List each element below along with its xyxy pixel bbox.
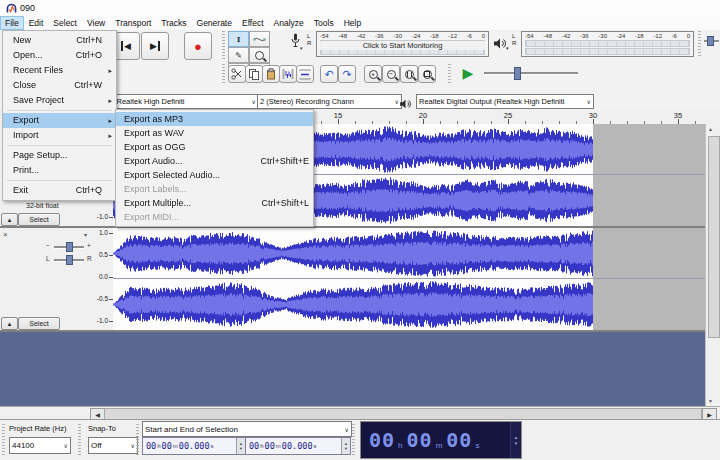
zoom-tool-button[interactable] <box>249 47 270 63</box>
export-menu-item-export-selected-audio[interactable]: Export Selected Audio... <box>116 168 313 182</box>
track2-close-button[interactable]: × <box>3 230 8 239</box>
redo-button[interactable]: ↷ <box>338 65 356 83</box>
position-spinner[interactable]: ▴▾ <box>510 422 521 458</box>
track2-channel2-waveform[interactable] <box>113 279 593 330</box>
paste-button[interactable] <box>262 65 280 83</box>
vertical-scrollbar[interactable]: ▲ ▼ <box>705 124 720 406</box>
track2-channel1-waveform[interactable] <box>113 228 593 279</box>
file-menu-item-save-project[interactable]: Save Project▸ <box>3 93 116 108</box>
menu-effect[interactable]: Effect <box>237 16 269 30</box>
snap-to-combo[interactable]: Off ∨ <box>88 437 138 454</box>
mixer-toolbar-grip[interactable] <box>698 31 701 57</box>
selection-start-field[interactable]: 00 h 00 m 00.000 s ▴▾ <box>142 437 246 455</box>
playback-meter[interactable]: -54-48-42-36-30-24-18-12-60 <box>521 31 694 57</box>
menu-transport[interactable]: Transport <box>110 16 156 30</box>
speed-slider-thumb[interactable] <box>514 67 521 80</box>
record-meter-mic-button[interactable] <box>291 33 300 52</box>
draw-tool-button[interactable]: ✎ <box>228 47 249 63</box>
record-button[interactable]: ● <box>184 32 212 60</box>
copy-button[interactable] <box>245 65 263 83</box>
zoom-in-button[interactable]: + <box>364 65 382 83</box>
file-menu-item-exit[interactable]: ExitCtrl+Q <box>3 183 116 198</box>
menu-tracks[interactable]: Tracks <box>156 16 191 30</box>
track2-collapse-button[interactable]: ▴ <box>1 317 18 330</box>
track2-waveform-area[interactable] <box>113 228 705 330</box>
track2-menu-arrow-icon[interactable]: ▾ <box>84 231 87 238</box>
zoom-out-button[interactable]: − <box>382 65 400 83</box>
play-at-speed-button[interactable]: ▶ <box>458 63 478 83</box>
selection-tool-button[interactable]: I <box>228 31 249 47</box>
play-meter-speaker-button[interactable] <box>494 35 506 53</box>
recording-meter[interactable]: -54-48-42-36-30-24-18-12-60 Click to Sta… <box>316 31 489 57</box>
playback-device-combo[interactable]: Realtek Digital Output (Realtek High Def… <box>416 94 594 109</box>
menu-tools[interactable]: Tools <box>309 16 339 30</box>
track-area-background[interactable] <box>0 332 705 406</box>
track2-pan-thumb[interactable] <box>66 255 73 265</box>
file-menu-item-print[interactable]: Print... <box>3 163 116 178</box>
play-meter-left-label: L <box>512 33 516 40</box>
menu-edit[interactable]: Edit <box>24 16 49 30</box>
zoom-selection-button[interactable] <box>400 65 418 83</box>
title-bar[interactable]: 090 <box>0 0 720 16</box>
recording-channels-combo[interactable]: 2 (Stereo) Recording Chann ∨ <box>257 94 402 109</box>
file-menu-item-recent-files[interactable]: Recent Files▸ <box>3 63 116 78</box>
menu-help[interactable]: Help <box>339 16 366 30</box>
record-meter-channel-labels: L R <box>307 33 311 47</box>
time-toolbar-grip[interactable] <box>352 424 355 457</box>
selection-fields-grip[interactable] <box>136 424 139 457</box>
track2-control-panel[interactable]: × ▾ − + L R ▴ Select <box>0 228 96 330</box>
sel-end-spinner[interactable]: ▴▾ <box>341 438 350 454</box>
sel-end-m-unit: m <box>276 443 281 449</box>
file-menu-item-import[interactable]: Import▸ <box>3 128 116 143</box>
menu-view[interactable]: View <box>82 16 110 30</box>
export-menu-item-wav[interactable]: Export as WAV <box>116 126 313 140</box>
file-menu-item-page-setup[interactable]: Page Setup... <box>3 148 116 163</box>
track2-gain-thumb[interactable] <box>66 242 73 252</box>
selection-mode-combo[interactable]: Start and End of Selection ∨ <box>142 421 352 437</box>
file-menu-item-export[interactable]: Export▸ <box>3 113 116 128</box>
menu-generate[interactable]: Generate <box>192 16 237 30</box>
envelope-tool-button[interactable] <box>249 31 270 47</box>
snap-grip[interactable] <box>78 424 81 457</box>
track2-vertical-ruler[interactable]: 1.0 0.5 0.0 -0.5 -1.0 <box>95 228 114 330</box>
track2-channel-separator <box>113 278 705 279</box>
file-menu-item-close[interactable]: CloseCtrl+W <box>3 78 116 93</box>
selection-end-field[interactable]: 00 h 00 m 00.000 s ▴▾ <box>245 437 351 455</box>
track2-pan-left-label: L <box>46 255 50 263</box>
play-at-speed-grip[interactable] <box>448 64 451 84</box>
sel-start-spinner[interactable]: ▴▾ <box>236 438 245 454</box>
play-meter-dropdown-icon[interactable]: ▾ <box>506 45 509 51</box>
menu-file[interactable]: File <box>0 16 24 30</box>
menu-analyze[interactable]: Analyze <box>269 16 309 30</box>
speed-slider-track[interactable] <box>484 72 578 75</box>
file-menu-item-open[interactable]: Open...Ctrl+O <box>3 48 116 63</box>
scroll-down-icon[interactable]: ▼ <box>708 398 713 404</box>
project-rate-combo[interactable]: 44100 ∨ <box>9 437 71 454</box>
export-menu-item-mp3[interactable]: Export as MP3 <box>116 112 313 126</box>
ruler-label: -0.5 <box>97 295 108 303</box>
export-menu-item-ogg[interactable]: Export as OGG <box>116 140 313 154</box>
record-meter-dropdown-icon[interactable]: ▾ <box>300 45 303 51</box>
export-menu-item-export-audio[interactable]: Export Audio...Ctrl+Shift+E <box>116 154 313 168</box>
edit-toolbar-grip[interactable] <box>222 64 225 84</box>
click-to-monitor-text[interactable]: Click to Start Monitoring <box>317 41 488 50</box>
silence-audio-button[interactable] <box>296 65 314 83</box>
track2-select-button[interactable]: Select <box>18 317 60 330</box>
selection-toolbar-grip[interactable] <box>2 424 5 457</box>
undo-icon: ↶ <box>324 69 333 80</box>
track1-select-button[interactable]: Select <box>18 213 60 226</box>
track1-collapse-button[interactable]: ▴ <box>1 213 18 226</box>
undo-button[interactable]: ↶ <box>320 65 338 83</box>
vertical-scrollbar-thumb[interactable] <box>708 136 720 338</box>
zoom-fit-button[interactable] <box>418 65 436 83</box>
audio-position-display[interactable]: 00 h 00 m 00 s ▴▾ <box>360 421 522 459</box>
export-menu-item-export-multiple[interactable]: Export Multiple...Ctrl+Shift+L <box>116 196 313 210</box>
skip-to-end-button[interactable]: ▶ <box>141 32 169 60</box>
trim-audio-button[interactable] <box>279 65 297 83</box>
scroll-up-icon[interactable]: ▲ <box>708 126 713 132</box>
cut-button[interactable] <box>228 65 246 83</box>
menu-select[interactable]: Select <box>48 16 82 30</box>
file-menu-item-new[interactable]: NewCtrl+N <box>3 33 116 48</box>
tools-toolbar-grip[interactable] <box>222 31 225 59</box>
mixer-slider-thumb[interactable] <box>707 36 714 46</box>
